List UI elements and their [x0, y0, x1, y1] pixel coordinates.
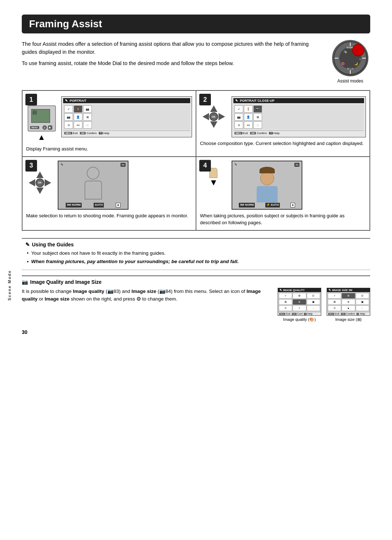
dpad-down[interactable] [210, 121, 217, 128]
iq2-mc-8: ■ [342, 305, 355, 311]
s4-count: 8 [290, 203, 295, 207]
s1-title: PORTRAIT [70, 99, 86, 102]
mc-9: ::: [83, 121, 92, 129]
iq-ref1: 📷 [107, 289, 114, 294]
svg-text:🌙: 🌙 [354, 62, 358, 65]
step-2-number: 2 [199, 94, 211, 105]
dpad3-right[interactable] [45, 179, 51, 186]
iq-bold-s2: Image size [45, 296, 69, 302]
assist-modes-label: Assist modes [337, 78, 363, 84]
steps-grid: 1 [22, 90, 370, 231]
iq-mc-6: ▣ [307, 299, 320, 305]
iq2-mc-3: ⊡ [356, 293, 369, 299]
svg-text:🎭: 🎭 [343, 50, 347, 53]
iq2-mc-6: ▣ [356, 299, 369, 305]
dpad-up[interactable] [210, 105, 217, 112]
iq-s2f-1: MEU Exit [328, 313, 339, 315]
iq-mc-4: ⊠ [279, 299, 292, 305]
ok-button[interactable]: OK [209, 112, 218, 121]
svg-text:🌊: 🌊 [356, 50, 359, 53]
s2f-ok: OK Confirm [250, 132, 267, 135]
s1-icon: ✎ [65, 99, 68, 102]
s1f-menu: MEU Exit [64, 132, 78, 135]
iq-screen2-title: ✎ IMAGE SIZE 5M [327, 288, 370, 292]
photo-screen-4: ✎ IN 5M NORM ⚡ AUTO 8 [232, 161, 302, 210]
step-2-dpad: OK [200, 105, 227, 128]
dpad-right[interactable] [219, 113, 225, 120]
svg-text:🌺: 🌺 [341, 62, 345, 65]
iq-s1f-1: MEU Exit [279, 313, 290, 315]
step-4-caption: When taking pictures, position subject o… [200, 213, 366, 226]
s4-quality: 5M NORM [239, 203, 255, 207]
s2f-menu: MEU Exit [234, 132, 248, 135]
iq-quality-screen: ✎ IMAGE QUALITY ✓ ⊞ ⊡ ⊠ ⊛ ▣ ⊙ ≡ :: [278, 288, 321, 316]
iq-mc-9: :: [307, 305, 320, 311]
step-3-dpad: OK [26, 172, 53, 194]
iq-s2f-3: ? Help [356, 313, 365, 315]
iq-title: 📷 Image Quality and Image Size [22, 279, 370, 285]
svg-text:SET UP: SET UP [347, 68, 354, 70]
dpad3-down[interactable] [36, 188, 44, 194]
step-1-caption: Display Framing assist menu. [26, 146, 192, 153]
photo-in-4: IN [294, 163, 299, 167]
framing-screen-3: ✎ IN 5M NORM AUTO 8 [58, 161, 128, 210]
mode-dial-image: SCENE SET UP A 🌊 🎭 🌙 🌺 [332, 40, 368, 76]
step-2-screen: ✎ PORTRAIT CLOSE-UP ✓ 🧍 📷 📷 👤 ⊞ ⊙ ≡≡ ::: [232, 96, 366, 137]
note-item-1: Your subject does not have to fit exactl… [25, 250, 367, 257]
iq2-mc-9: :: [356, 305, 369, 311]
step-1-camera: MENU 0 ▶ ▲ [26, 105, 57, 143]
iq-s1f-2: OK Conf [292, 313, 302, 315]
step-4-cell: 4 ▼ ✎ IN [196, 157, 370, 230]
notes-list: Your subject does not have to fit exactl… [25, 250, 367, 265]
step-3-caption: Make selection to return to shooting mod… [26, 213, 192, 219]
camera-body-1: MENU 0 ▶ [28, 105, 56, 132]
screen-1-footer: MEU Exit OK Confirm ? Help [63, 130, 190, 136]
iq2-mc-5: ⊛ [342, 299, 355, 305]
iq-paragraph: It is possible to change Image quality (… [22, 288, 270, 303]
iq-mc-2: ⊞ [293, 293, 306, 299]
intro-paragraph1: The four Assist modes offer a selection … [22, 40, 323, 56]
iq-bold-quality: Image quality [73, 289, 104, 294]
step-4-number: 4 [199, 160, 211, 172]
iq-size-group: ✎ IMAGE SIZE 5M ✓ ⊞ ⊡ ⊠ ⊛ ▣ ⊙ ■ :: [327, 288, 370, 322]
mc2-3: 📷 [253, 105, 262, 113]
menu-button-label[interactable]: MENU [30, 126, 40, 129]
iq-mc-1: ✓ [279, 293, 292, 299]
status-bar-3: 5M NORM AUTO 8 [58, 203, 128, 207]
iq-size-screen: ✎ IMAGE SIZE 5M ✓ ⊞ ⊡ ⊠ ⊛ ▣ ⊙ ■ :: [327, 288, 370, 316]
ok-button-3[interactable]: OK [36, 178, 44, 187]
person-guide [85, 167, 102, 200]
framing-icon-3: ✎ [61, 163, 64, 166]
menu-press-arrow: ▲ [38, 133, 46, 142]
iq-screens-container: ✎ IMAGE QUALITY ✓ ⊞ ⊡ ⊠ ⊛ ▣ ⊙ ≡ :: [278, 288, 370, 322]
iq2-mc-2: ⊞ [342, 293, 355, 299]
dpad3-left[interactable] [29, 179, 35, 186]
dpad3-up[interactable] [36, 172, 44, 178]
mc2-4: 📷 [234, 113, 243, 121]
iq-ok-ref: ⊙ [136, 296, 141, 302]
mc2-5: 👤 [244, 113, 253, 121]
s2f-help: ? Help [269, 132, 279, 135]
step-1-number: 1 [25, 94, 37, 105]
s3-count: 8 [116, 203, 120, 207]
iq-size-label: Image size (⊞) [335, 317, 362, 322]
using-guides-box: ✎ Using the Guides Your subject does not… [22, 238, 370, 270]
pencil-icon: ✎ [25, 242, 30, 247]
iq-mc-5: ⊛ [293, 299, 306, 305]
mc2-2: 🧍 [244, 105, 253, 113]
mode-dial-area: SCENE SET UP A 🌊 🎭 🌙 🌺 Assist modes [330, 40, 370, 84]
note-item-2: When framing pictures, pay attention to … [25, 258, 367, 265]
step-1-cell: 1 [22, 90, 196, 157]
iq-s2-footer: MEU Exit OK Confirm ? Help [327, 312, 370, 315]
s3-quality: 5M NORM [66, 203, 82, 207]
iq-mc-8: ≡ [293, 305, 306, 311]
dpad-left[interactable] [203, 113, 209, 120]
step-2-caption: Choose composition type. Current selecti… [200, 140, 366, 147]
step-4-photo: ✎ IN 5M NORM ⚡ AUTO 8 [232, 161, 366, 210]
page-number: 30 [22, 329, 370, 335]
screen-2-footer: MEU Exit OK Confirm ? Help [233, 130, 364, 136]
iq-quality-group: ✎ IMAGE QUALITY ✓ ⊞ ⊡ ⊠ ⊛ ▣ ⊙ ≡ :: [278, 288, 321, 322]
mc-3: 📷 [83, 105, 92, 113]
iq-mc-3: ⊡ [307, 293, 320, 299]
mc-7: ⊙ [64, 121, 73, 129]
